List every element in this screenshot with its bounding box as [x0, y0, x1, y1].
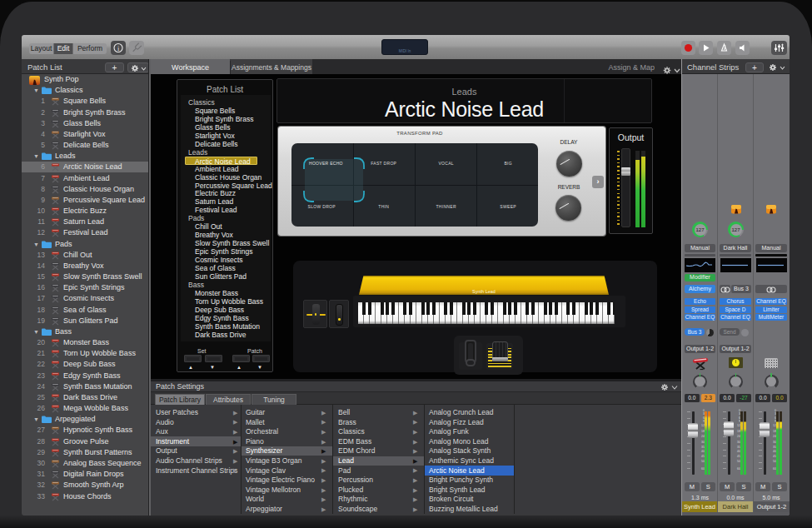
- svg-text:i: i: [117, 45, 120, 52]
